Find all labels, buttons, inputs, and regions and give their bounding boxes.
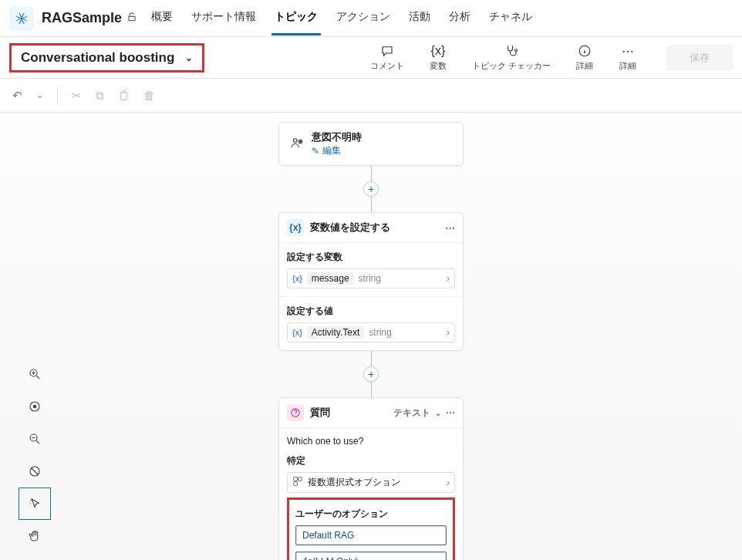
nav-channels[interactable]: チャネル (486, 1, 535, 35)
divider (57, 87, 58, 104)
app-title: RAGSample (42, 10, 122, 26)
value-expression: Activity.Text (307, 326, 364, 339)
cut-icon[interactable]: ✂ (72, 89, 82, 103)
edit-toolbar: ↶ ⌄ ✂ ⧉ 📋︎ 🗑︎ (0, 79, 742, 113)
variable-icon: {x} (292, 328, 302, 337)
connector (371, 197, 464, 212)
copy-icon[interactable]: ⧉ (96, 89, 104, 103)
trigger-edit-link[interactable]: ✎ 編集 (312, 144, 362, 157)
copilot-icon (14, 11, 29, 26)
value-picker[interactable]: {x} Activity.Text string › (287, 322, 455, 342)
trigger-node[interactable]: 意図不明時 ✎ 編集 (278, 122, 464, 166)
chevron-right-icon: › (447, 327, 450, 338)
add-node-button[interactable]: + (363, 366, 379, 382)
identify-picker[interactable]: 複数選択式オプション › (287, 472, 455, 493)
comment-label: コメント (370, 60, 404, 72)
info-icon (578, 43, 592, 59)
authoring-canvas[interactable]: 意図不明時 ✎ 編集 + {x} 変数値を設定する ⋯ 設定する変数 {x} m… (0, 113, 742, 560)
app-logo (9, 6, 34, 31)
nav-actions[interactable]: アクション (333, 1, 393, 35)
svg-rect-9 (294, 477, 298, 481)
user-options-label: ユーザーのオプション (295, 508, 447, 521)
option-input-2[interactable]: 4o(LLM Only) (295, 552, 447, 560)
trigger-edit-label: 編集 (322, 144, 341, 157)
stethoscope-icon (504, 43, 518, 59)
add-node-button[interactable]: + (363, 181, 379, 197)
topic-dropdown[interactable]: Conversational boosting ⌄ (9, 43, 204, 73)
topic-checker-button[interactable]: トピック チェッカー (464, 40, 558, 75)
comment-icon (380, 43, 394, 59)
node-menu-icon[interactable]: ⋯ (446, 407, 455, 418)
variable-name: message (307, 272, 354, 285)
more-label: 詳細 (619, 60, 636, 72)
hand-button[interactable] (19, 520, 51, 552)
node-menu-icon[interactable]: ⋯ (445, 222, 455, 234)
value-type: string (369, 327, 391, 338)
variable-type: string (359, 273, 381, 284)
paste-icon[interactable]: 📋︎ (118, 89, 130, 102)
undo-chevron-icon[interactable]: ⌄ (36, 90, 43, 100)
options-icon (292, 476, 303, 489)
topic-name: Conversational boosting (21, 50, 174, 66)
unlock-icon[interactable] (126, 12, 137, 25)
toolbar: コメント {x} 変数 トピック チェッカー 詳細 ⋯ 詳細 保存 (363, 40, 733, 75)
question-title: 質問 (310, 406, 330, 420)
undo-button[interactable]: ↶ (12, 89, 22, 103)
setvar-title: 変数値を設定する (310, 221, 390, 234)
detail-label: 詳細 (576, 60, 593, 72)
chevron-down-icon: ⌄ (185, 52, 193, 63)
zoom-out-button[interactable] (19, 423, 51, 455)
variable-icon: {x} (287, 219, 304, 236)
chevron-down-icon[interactable]: ⌄ (435, 409, 441, 417)
top-bar: RAGSample 概要 サポート情報 トピック アクション 活動 分析 チャネ… (0, 0, 742, 37)
identify-label: 特定 (287, 454, 455, 467)
nav-overview[interactable]: 概要 (148, 1, 176, 35)
set-variable-node[interactable]: {x} 変数値を設定する ⋯ 設定する変数 {x} message string… (278, 212, 464, 351)
save-button[interactable]: 保存 (666, 45, 733, 71)
top-nav: 概要 サポート情報 トピック アクション 活動 分析 チャネル (148, 1, 535, 35)
variables-label: 変数 (430, 60, 447, 72)
nav-analytics[interactable]: 分析 (446, 1, 474, 35)
variable-icon: {x} (431, 43, 446, 59)
zoom-in-button[interactable] (19, 358, 51, 390)
person-icon (290, 136, 304, 153)
question-prompt: Which one to use? (287, 436, 455, 447)
variable-picker[interactable]: {x} message string › (287, 268, 455, 288)
svg-point-2 (33, 405, 37, 409)
svg-rect-10 (298, 477, 302, 481)
variables-button[interactable]: {x} 変数 (421, 40, 455, 75)
flow-column: 意図不明時 ✎ 編集 + {x} 変数値を設定する ⋯ 設定する変数 {x} m… (278, 113, 464, 560)
svg-point-6 (294, 138, 298, 142)
setvar-variable-label: 設定する変数 (287, 251, 455, 264)
comment-button[interactable]: コメント (363, 40, 412, 75)
nav-activity[interactable]: 活動 (406, 1, 433, 35)
cursor-button[interactable] (19, 487, 51, 520)
connector (371, 351, 464, 366)
chevron-right-icon: › (447, 477, 450, 488)
nav-topics[interactable]: トピック (272, 1, 321, 35)
detail-button[interactable]: 詳細 (568, 40, 602, 75)
fit-button[interactable] (19, 390, 51, 423)
question-node[interactable]: 質問 テキスト ⌄ ⋯ Which one to use? 特定 複数選択式オプ… (278, 397, 464, 560)
identify-value: 複数選択式オプション (308, 476, 400, 489)
topic-checker-label: トピック チェッカー (472, 60, 551, 72)
nav-support[interactable]: サポート情報 (188, 1, 259, 35)
pencil-icon: ✎ (312, 146, 319, 157)
more-button[interactable]: ⋯ 詳細 (611, 40, 645, 75)
more-icon: ⋯ (622, 43, 634, 59)
variable-icon: {x} (292, 274, 302, 283)
canvas-tool-palette (19, 358, 51, 552)
reset-button[interactable] (19, 455, 51, 487)
connector (371, 382, 464, 397)
topic-bar: Conversational boosting ⌄ コメント {x} 変数 トピ… (0, 37, 742, 79)
question-icon (287, 404, 304, 421)
setvar-value-label: 設定する値 (287, 305, 455, 318)
connector (371, 166, 464, 181)
option-input-1[interactable]: Default RAG (295, 525, 447, 545)
trigger-title: 意図不明時 (312, 130, 362, 144)
delete-icon[interactable]: 🗑︎ (143, 89, 155, 102)
question-type-badge: テキスト (393, 407, 430, 420)
chevron-right-icon: › (447, 273, 450, 284)
svg-rect-11 (294, 482, 298, 486)
user-options-section: ユーザーのオプション Default RAG 4o(LLM Only) Naiv… (287, 498, 455, 560)
